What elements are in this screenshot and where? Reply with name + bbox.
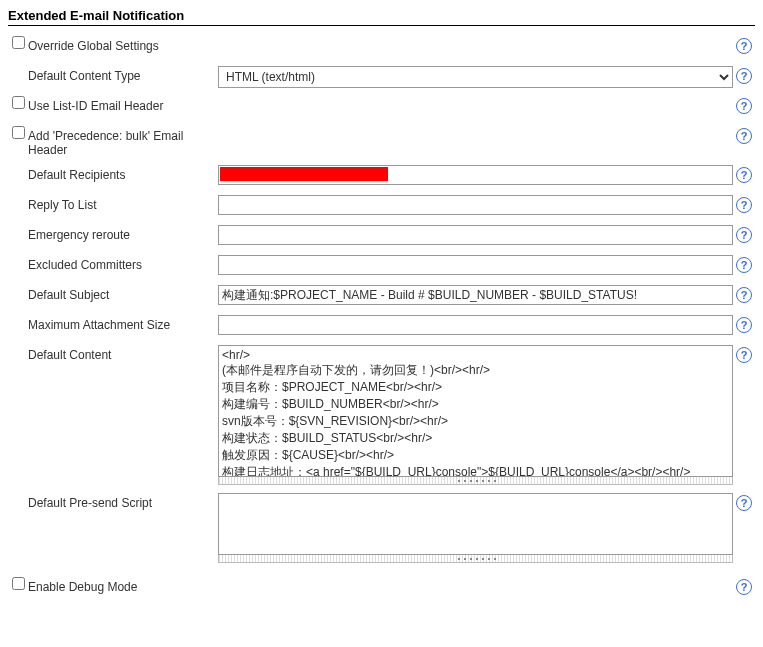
use-list-id-label: Use List-ID Email Header bbox=[28, 96, 218, 113]
enable-debug-label: Enable Debug Mode bbox=[28, 577, 218, 594]
help-icon[interactable]: ? bbox=[736, 167, 752, 183]
row-precedence-bulk: Add 'Precedence: bulk' Email Header ? bbox=[8, 122, 755, 161]
row-default-recipients: Default Recipients ? bbox=[8, 161, 755, 191]
default-content-textarea[interactable]: <hr/> (本邮件是程序自动下发的，请勿回复！)<br/><hr/> 项目名称… bbox=[218, 345, 733, 477]
enable-debug-checkbox[interactable] bbox=[12, 577, 25, 590]
help-icon[interactable]: ? bbox=[736, 287, 752, 303]
emergency-reroute-input[interactable] bbox=[218, 225, 733, 245]
default-recipients-label: Default Recipients bbox=[28, 165, 218, 182]
resize-grip[interactable] bbox=[218, 477, 733, 485]
presend-script-label: Default Pre-send Script bbox=[28, 493, 218, 510]
help-icon[interactable]: ? bbox=[736, 495, 752, 511]
row-emergency-reroute: Emergency reroute ? bbox=[8, 221, 755, 251]
help-icon[interactable]: ? bbox=[736, 68, 752, 84]
help-icon[interactable]: ? bbox=[736, 317, 752, 333]
row-max-attachment: Maximum Attachment Size ? bbox=[8, 311, 755, 341]
row-override-global: Override Global Settings ? bbox=[8, 32, 755, 62]
default-content-label: Default Content bbox=[28, 345, 218, 362]
max-attachment-input[interactable] bbox=[218, 315, 733, 335]
row-default-content: Default Content <hr/> (本邮件是程序自动下发的，请勿回复！… bbox=[8, 341, 755, 489]
help-icon[interactable]: ? bbox=[736, 98, 752, 114]
use-list-id-checkbox[interactable] bbox=[12, 96, 25, 109]
resize-grip[interactable] bbox=[218, 555, 733, 563]
presend-script-textarea[interactable] bbox=[218, 493, 733, 555]
help-icon[interactable]: ? bbox=[736, 227, 752, 243]
excluded-committers-input[interactable] bbox=[218, 255, 733, 275]
help-icon[interactable]: ? bbox=[736, 197, 752, 213]
section-title: Extended E-mail Notification bbox=[8, 8, 755, 26]
content-type-select[interactable]: HTML (text/html) bbox=[218, 66, 733, 88]
help-icon[interactable]: ? bbox=[736, 128, 752, 144]
row-presend-script: Default Pre-send Script ? bbox=[8, 489, 755, 567]
precedence-bulk-checkbox[interactable] bbox=[12, 126, 25, 139]
reply-to-label: Reply To List bbox=[28, 195, 218, 212]
row-content-type: Default Content Type HTML (text/html) ? bbox=[8, 62, 755, 92]
help-icon[interactable]: ? bbox=[736, 38, 752, 54]
default-recipients-input[interactable] bbox=[218, 165, 733, 185]
help-icon[interactable]: ? bbox=[736, 579, 752, 595]
reply-to-input[interactable] bbox=[218, 195, 733, 215]
row-reply-to: Reply To List ? bbox=[8, 191, 755, 221]
override-global-checkbox[interactable] bbox=[12, 36, 25, 49]
content-type-label: Default Content Type bbox=[28, 66, 218, 83]
help-icon[interactable]: ? bbox=[736, 347, 752, 363]
excluded-committers-label: Excluded Committers bbox=[28, 255, 218, 272]
default-subject-label: Default Subject bbox=[28, 285, 218, 302]
help-icon[interactable]: ? bbox=[736, 257, 752, 273]
override-global-label: Override Global Settings bbox=[28, 36, 218, 53]
emergency-reroute-label: Emergency reroute bbox=[28, 225, 218, 242]
row-excluded-committers: Excluded Committers ? bbox=[8, 251, 755, 281]
precedence-bulk-label: Add 'Precedence: bulk' Email Header bbox=[28, 126, 218, 157]
row-default-subject: Default Subject ? bbox=[8, 281, 755, 311]
default-subject-input[interactable] bbox=[218, 285, 733, 305]
row-enable-debug: Enable Debug Mode ? bbox=[8, 573, 755, 603]
max-attachment-label: Maximum Attachment Size bbox=[28, 315, 218, 332]
row-use-list-id: Use List-ID Email Header ? bbox=[8, 92, 755, 122]
